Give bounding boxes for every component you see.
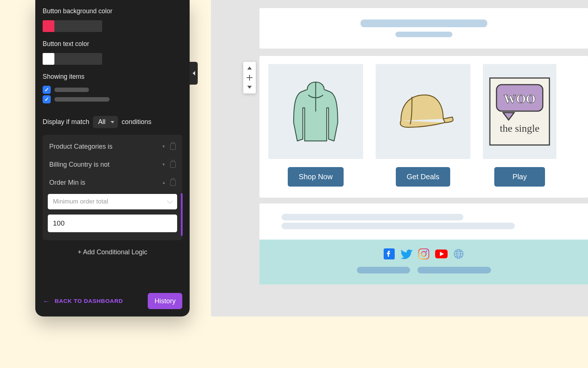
showing-items-label: Showing items [43,73,182,81]
text-placeholder [282,214,463,220]
bg-color-swatch[interactable] [43,20,54,32]
product-card: Shop Now [268,64,363,187]
social-icons [384,248,464,259]
globe-icon[interactable] [453,249,464,259]
condition-label: Product Categories is [49,143,112,151]
chevron-down-icon: ▾ [162,162,165,168]
condition-label: Billing Country is not [49,161,110,169]
arrow-left-icon: ← [43,297,50,305]
footer-link-placeholder [357,267,410,273]
showing-placeholder-1 [54,88,89,92]
product-button[interactable]: Shop Now [288,167,344,187]
trash-icon[interactable] [170,180,176,186]
match-mode-select[interactable]: All [93,116,118,128]
match-suffix: conditions [122,118,151,126]
text-color-input[interactable] [54,53,102,65]
move-icon[interactable] [247,75,252,81]
site-footer [259,240,588,284]
bg-color-label: Button background color [43,7,182,15]
condition-list: Product Categories is ▾ Billing Country … [43,135,182,240]
footer-link-placeholder [417,267,491,273]
text-color-swatch[interactable] [43,53,54,65]
settings-panel: Button background color Button text colo… [35,0,190,316]
trash-icon[interactable] [170,144,176,150]
collapse-panel-tab[interactable] [190,62,198,85]
header-placeholder [361,20,487,27]
chevron-up-icon: ▾ [162,180,165,186]
product-card: WOOthe single Play [483,64,556,187]
twitter-icon[interactable] [401,249,412,259]
move-down-icon[interactable] [247,86,252,89]
condition-row[interactable]: Order Min is ▾ [43,174,182,192]
order-min-value-input[interactable]: 100 [48,215,177,232]
product-button[interactable]: Play [494,167,545,187]
product-row: Shop Now Get Deals WOOthe single Play [259,56,588,198]
trash-icon[interactable] [170,162,176,168]
match-prefix: Display if match [43,118,89,126]
history-button[interactable]: History [148,293,182,309]
svg-rect-5 [419,249,429,259]
product-button[interactable]: Get Deals [396,167,451,187]
back-label: BACK TO DASHBOARD [55,298,123,304]
back-to-dashboard-link[interactable]: ← BACK TO DASHBOARD [43,297,123,305]
svg-point-7 [426,251,427,252]
condition-row[interactable]: Billing Country is not ▾ [43,156,182,174]
text-section [259,204,588,240]
header-subplaceholder [395,32,452,37]
svg-text:WOO: WOO [504,92,536,106]
text-color-label: Button text color [43,40,182,48]
section-reorder-control[interactable] [243,62,256,93]
condition-label: Order Min is [49,179,85,187]
youtube-icon[interactable] [435,250,448,258]
product-card: Get Deals [376,64,470,187]
showing-check-2[interactable] [43,95,51,103]
move-up-icon[interactable] [247,67,252,70]
add-condition-button[interactable]: + Add Conditional Logic [43,240,182,260]
showing-placeholder-2 [54,97,110,102]
product-image [268,64,363,159]
order-type-select[interactable]: Minimum order total [48,194,177,209]
condition-row[interactable]: Product Categories is ▾ [43,138,182,156]
facebook-icon[interactable] [384,248,395,259]
showing-check-1[interactable] [43,86,51,94]
instagram-icon[interactable] [418,248,429,259]
svg-point-6 [422,252,426,256]
preview-canvas: Shop Now Get Deals WOOthe single Play [211,0,588,316]
condition-body: Minimum order total 100 [43,192,182,237]
product-image [376,64,470,159]
product-image: WOOthe single [483,64,556,159]
chevron-down-icon: ▾ [162,144,165,150]
bg-color-input[interactable] [54,20,102,32]
text-placeholder [282,223,515,229]
site-header [259,8,588,49]
svg-text:the  single: the single [500,123,539,134]
